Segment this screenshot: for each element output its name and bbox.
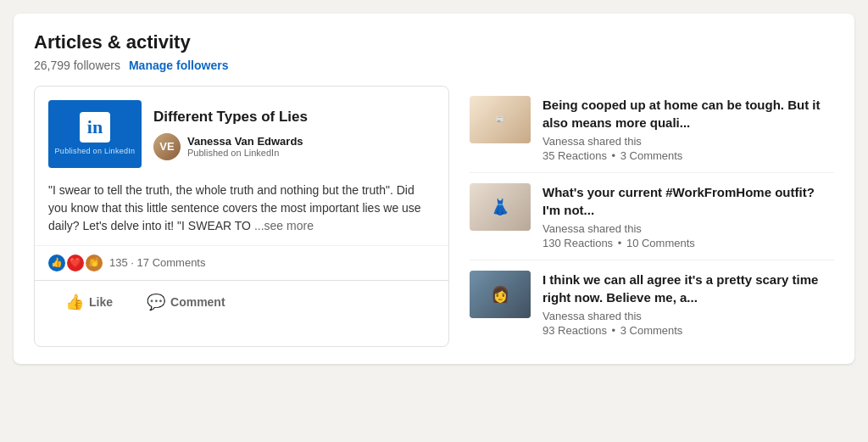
activity-stats-0: 35 Reactions • 3 Comments <box>542 149 834 162</box>
article-excerpt: "I swear to tell the truth, the whole tr… <box>48 183 421 232</box>
card-meta: Different Types of Lies VE Vanessa Van E… <box>153 108 435 160</box>
activity-title-0: Being cooped up at home can be tough. Bu… <box>542 96 834 131</box>
card-header: in Published on LinkedIn Different Types… <box>35 87 448 182</box>
activity-stats-1: 130 Reactions • 10 Comments <box>542 237 834 249</box>
manage-followers-link[interactable]: Manage followers <box>129 59 228 72</box>
like-button[interactable]: 👍 Like <box>48 286 130 318</box>
clap-reaction-icon: 👏 <box>86 255 103 271</box>
author-sub: Published on LinkedIn <box>187 148 303 158</box>
activity-item[interactable]: 👩 I think we can all agree it's a pretty… <box>470 260 834 347</box>
comment-label: Comment <box>170 295 225 309</box>
activity-list: 📰 Being cooped up at home can be tough. … <box>470 86 834 347</box>
activity-author-0: Vanessa shared this <box>542 135 834 148</box>
article-title: Different Types of Lies <box>153 108 435 126</box>
followers-count: 26,799 followers <box>34 59 120 72</box>
card-body: "I swear to tell the truth, the whole tr… <box>35 182 448 245</box>
author-name: Vanessa Van Edwards <box>187 135 303 148</box>
page-title: Articles & activity <box>34 31 834 55</box>
heart-reaction-icon: ❤️ <box>67 255 84 271</box>
activity-title-1: What's your current #WorkFromHome outfit… <box>542 183 834 219</box>
article-thumbnail: in Published on LinkedIn <box>48 100 142 168</box>
pub-label: Published on LinkedIn <box>55 147 136 155</box>
avatar: VE <box>153 133 181 160</box>
activity-author-1: Vanessa shared this <box>542 222 834 235</box>
author-row: VE Vanessa Van Edwards Published on Link… <box>153 133 435 160</box>
avatar-image: VE <box>153 133 181 160</box>
comment-icon: 💬 <box>147 293 165 311</box>
activity-title-2: I think we can all agree it's a pretty s… <box>542 271 834 306</box>
activity-stats-2: 93 Reactions • 3 Comments <box>542 324 834 337</box>
like-label: Like <box>89 295 113 309</box>
activity-content-1: What's your current #WorkFromHome outfit… <box>542 183 834 249</box>
linkedin-logo: in <box>80 112 110 143</box>
like-icon: 👍 <box>65 293 84 311</box>
activity-item[interactable]: 📰 Being cooped up at home can be tough. … <box>470 86 834 173</box>
activity-thumb-2: 👩 <box>470 271 531 318</box>
activity-content-0: Being cooped up at home can be tough. Bu… <box>542 96 834 162</box>
card-actions: 👍 Like 💬 Comment <box>35 280 448 323</box>
followers-row: 26,799 followers Manage followers <box>34 59 834 72</box>
activity-thumb-1: 👗 <box>470 183 531 231</box>
reactions-row: 👍 ❤️ 👏 135 · 17 Comments <box>35 245 448 280</box>
comment-button[interactable]: 💬 Comment <box>130 286 242 318</box>
activity-thumb-0: 📰 <box>470 96 531 143</box>
reactions-count: 135 · 17 Comments <box>109 256 205 269</box>
activity-author-2: Vanessa shared this <box>542 310 834 322</box>
author-info: Vanessa Van Edwards Published on LinkedI… <box>187 135 303 158</box>
header-section: Articles & activity 26,799 followers Man… <box>34 31 834 72</box>
main-container: Articles & activity 26,799 followers Man… <box>14 14 854 364</box>
activity-content-2: I think we can all agree it's a pretty s… <box>542 271 834 337</box>
activity-item[interactable]: 👗 What's your current #WorkFromHome outf… <box>470 173 834 260</box>
article-card: in Published on LinkedIn Different Types… <box>34 86 449 347</box>
main-content: in Published on LinkedIn Different Types… <box>34 86 834 347</box>
like-reaction-icon: 👍 <box>48 255 65 271</box>
see-more-link[interactable]: ...see more <box>254 219 314 232</box>
